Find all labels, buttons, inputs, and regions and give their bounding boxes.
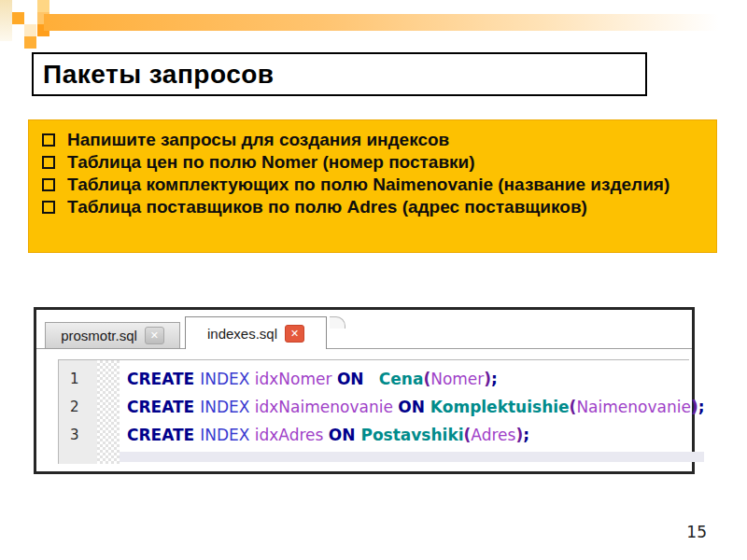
line-number-gutter: 123 (59, 360, 97, 464)
tab-bar-divider (36, 348, 692, 349)
slide-page-number: 15 (686, 523, 707, 541)
tab-edge-decoration (330, 316, 345, 329)
code-line: CREATE INDEX idxAdres ON Postavshiki(Adr… (127, 422, 704, 450)
tab-label: indexes.sql (207, 326, 277, 342)
line-number: 1 (59, 366, 97, 394)
deco-square (0, 0, 12, 41)
list-item: Таблица комплектующих по полю Naimenovan… (40, 174, 707, 196)
list-item: Напишите запросы для создания индексов (40, 129, 707, 151)
close-icon[interactable]: ✕ (285, 325, 304, 343)
tab-indexes-sql[interactable]: indexes.sql ✕ (185, 316, 327, 349)
bullet-square-icon (42, 201, 55, 214)
folding-margin (97, 360, 120, 464)
list-item-text: Таблица цен по полю Nomer (номер поставк… (67, 151, 475, 174)
line-number: 3 (59, 422, 97, 450)
deco-square (12, 12, 24, 24)
empty-line-highlight (120, 452, 704, 462)
line-number: 2 (59, 394, 97, 422)
bullet-square-icon (42, 133, 55, 147)
code-line: CREATE INDEX idxNaimenovanie ON Komplekt… (127, 394, 704, 422)
editor-tab-bar: prosmotr.sql ✕ indexes.sql ✕ (36, 310, 692, 349)
list-item: Таблица цен по полю Nomer (номер поставк… (40, 151, 707, 174)
deco-square (37, 0, 49, 12)
tab-prosmotr-sql[interactable]: prosmotr.sql ✕ (45, 322, 180, 348)
deco-square (24, 24, 36, 36)
list-item-text: Напишите запросы для создания индексов (67, 129, 449, 151)
bullet-square-icon (42, 156, 55, 169)
tab-label: prosmotr.sql (61, 328, 137, 343)
deco-square (24, 36, 36, 49)
code-editor-area[interactable]: 123 CREATE INDEX idxNomer ON Cena(Nomer)… (58, 359, 689, 464)
list-item: Таблица поставщиков по полю Adres (адрес… (40, 196, 707, 218)
sql-editor-window: prosmotr.sql ✕ indexes.sql ✕ 123 CREATE … (34, 307, 695, 474)
code-column: CREATE INDEX idxNomer ON Cena(Nomer);CRE… (120, 360, 704, 464)
list-item-text: Таблица комплектующих по полю Naimenovan… (67, 174, 669, 196)
page-title: Пакеты запросов (34, 60, 275, 90)
close-icon[interactable]: ✕ (145, 327, 164, 344)
slide: { "title_box": { "title": "Пакеты запрос… (0, 0, 747, 560)
bullet-list: Напишите запросы для создания индексовТа… (40, 129, 707, 218)
title-box: Пакеты запросов (32, 52, 647, 96)
bullet-square-icon (42, 178, 55, 191)
bullet-box: Напишите запросы для создания индексовТа… (28, 119, 717, 253)
code-line: CREATE INDEX idxNomer ON Cena(Nomer); (127, 366, 704, 394)
header-gradient-bar (44, 14, 740, 31)
list-item-text: Таблица поставщиков по полю Adres (адрес… (67, 196, 587, 218)
